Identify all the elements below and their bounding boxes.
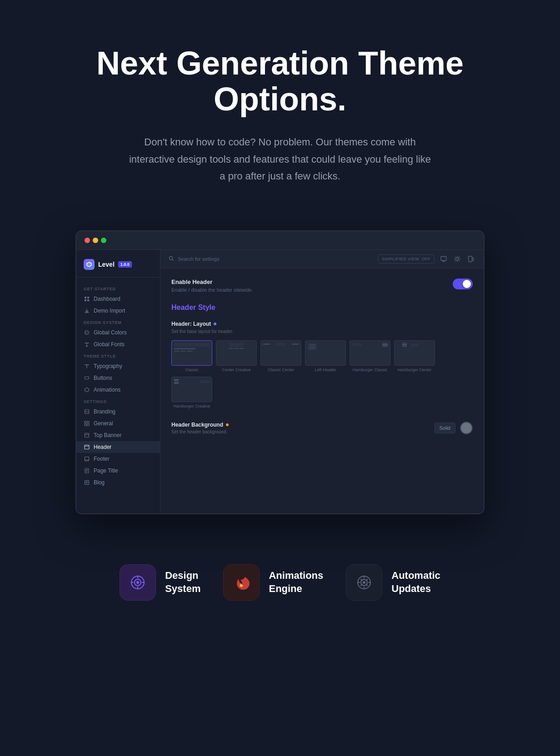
sidebar-item-header[interactable]: Header — [76, 441, 160, 453]
svg-rect-8 — [85, 377, 89, 379]
grid-icon — [84, 296, 90, 302]
sidebar-item-general[interactable]: General — [76, 418, 160, 429]
layout-option-left-header[interactable]: Left Header — [305, 340, 346, 373]
header-layout-label: Header: Layout — [171, 321, 473, 327]
blog-label: Blog — [94, 479, 105, 486]
dashboard-label: Dashboard — [94, 296, 120, 302]
enable-header-toggle[interactable] — [453, 279, 473, 289]
design-system-icon-box — [120, 564, 156, 601]
automatic-updates-name: AutomaticUpdates — [391, 569, 440, 595]
blog-icon — [84, 479, 90, 486]
active-dot — [214, 323, 216, 325]
svg-point-6 — [87, 332, 88, 333]
sidebar-item-page-title[interactable]: Page Title — [76, 465, 160, 477]
version-badge: 1.0.0 — [118, 261, 132, 268]
top-banner-label: Top Banner — [94, 432, 121, 438]
sidebar-item-typography[interactable]: Typography — [76, 360, 160, 372]
layout-options-row1: Classic — [171, 340, 473, 373]
section-label-theme-style: THEME STYLE — [76, 350, 160, 360]
layout-option-center-creative[interactable]: Center Creative — [216, 340, 257, 373]
classic-label: Classic — [171, 368, 212, 373]
svg-point-10 — [85, 410, 86, 411]
svg-rect-16 — [85, 445, 89, 449]
page-icon — [84, 468, 90, 474]
sidebar: Level 1.0.0 GET STARTED Dashboard Demo I… — [76, 250, 160, 513]
enable-header-label: Enable Header — [171, 279, 253, 285]
svg-point-7 — [86, 333, 87, 334]
cursor-icon — [84, 375, 90, 381]
svg-point-30 — [363, 581, 365, 584]
color-picker[interactable] — [460, 422, 473, 434]
design-system-text: DesignSystem — [165, 569, 200, 595]
device-icon[interactable] — [466, 254, 475, 264]
enable-header-desc: Enable / disable the header sitewide. — [171, 287, 253, 293]
sidebar-item-global-colors[interactable]: Global Colors — [76, 327, 160, 338]
monitor-icon[interactable] — [439, 254, 448, 264]
svg-rect-15 — [85, 433, 89, 437]
sun-icon[interactable] — [453, 254, 462, 264]
layout-option-classic[interactable]: Classic — [171, 340, 212, 373]
enable-header-row: Enable Header Enable / disable the heade… — [171, 279, 473, 293]
hamburger-center-label: Hamburger Center — [394, 368, 435, 373]
page-title-label: Page Title — [94, 468, 118, 474]
svg-point-5 — [85, 332, 86, 333]
type-icon — [84, 341, 90, 348]
svg-point-27 — [136, 581, 139, 584]
hero-section: Next Generation Theme Options. Don't kno… — [0, 0, 560, 212]
sidebar-item-dashboard[interactable]: Dashboard — [76, 293, 160, 305]
footer-icon — [84, 456, 90, 462]
app-window: Level 1.0.0 GET STARTED Dashboard Demo I… — [75, 230, 485, 514]
svg-rect-11 — [85, 421, 86, 423]
classic-center-label: Classic Center — [260, 368, 301, 373]
hamburger-creative-label: Hamburger Creative — [171, 404, 212, 409]
toggle-knob — [463, 280, 471, 288]
general-label: General — [94, 420, 113, 427]
svg-rect-12 — [87, 421, 89, 423]
svg-rect-17 — [85, 457, 89, 461]
svg-rect-1 — [87, 297, 89, 298]
topbar: Search for settings SIMPLIFIED VIEW: OFF — [160, 250, 484, 269]
simplified-view-button[interactable]: SIMPLIFIED VIEW: OFF — [378, 254, 435, 264]
sidebar-item-animations[interactable]: Animations — [76, 384, 160, 396]
svg-rect-9 — [85, 409, 89, 413]
banner-icon — [84, 432, 90, 438]
global-colors-label: Global Colors — [94, 329, 127, 336]
maximize-dot — [101, 238, 106, 243]
general-icon — [84, 420, 90, 427]
sidebar-item-branding[interactable]: Branding — [76, 406, 160, 418]
header-bg-info: Header Background Set the header backgro… — [171, 422, 229, 434]
layout-option-hamburger-classic[interactable]: Hamburger Classic — [350, 340, 390, 373]
svg-rect-23 — [469, 256, 472, 262]
sidebar-item-blog[interactable]: Blog — [76, 477, 160, 488]
svg-rect-13 — [85, 424, 86, 426]
sidebar-item-top-banner[interactable]: Top Banner — [76, 429, 160, 441]
sidebar-item-demo-import[interactable]: Demo Import — [76, 305, 160, 317]
footer-label: Footer — [94, 456, 110, 462]
search-area: Search for settings — [169, 256, 220, 262]
svg-rect-14 — [87, 424, 89, 426]
search-icon — [169, 256, 174, 262]
header-bg-controls: Solid — [435, 422, 473, 434]
sidebar-item-buttons[interactable]: Buttons — [76, 372, 160, 384]
layout-option-hamburger-creative[interactable]: Hamburger Creative — [171, 377, 212, 409]
image-icon — [84, 408, 90, 415]
features-section: DesignSystem AnimationsEngine Automat — [0, 542, 560, 637]
animations-engine-text: AnimationsEngine — [269, 569, 323, 595]
feature-animations-engine: AnimationsEngine — [223, 564, 323, 601]
layout-option-classic-center[interactable]: Classic Center — [260, 340, 301, 373]
bg-type-dropdown[interactable]: Solid — [435, 423, 455, 433]
logo-icon — [84, 259, 95, 270]
header-icon — [84, 444, 90, 450]
demo-import-label: Demo Import — [94, 308, 125, 314]
sidebar-item-footer[interactable]: Footer — [76, 453, 160, 465]
close-dot — [85, 238, 90, 243]
text-icon — [84, 363, 90, 369]
hamburger-classic-label: Hamburger Classic — [350, 368, 390, 373]
svg-rect-0 — [85, 297, 86, 298]
svg-rect-2 — [85, 299, 86, 301]
layout-options-row2: Hamburger Creative — [171, 377, 473, 409]
sidebar-item-global-fonts[interactable]: Global Fonts — [76, 338, 160, 350]
hero-subtitle: Don't know how to code? No problem. Our … — [125, 134, 435, 184]
app-layout: Level 1.0.0 GET STARTED Dashboard Demo I… — [76, 250, 484, 513]
layout-option-hamburger-center[interactable]: Hamburger Center — [394, 340, 435, 373]
